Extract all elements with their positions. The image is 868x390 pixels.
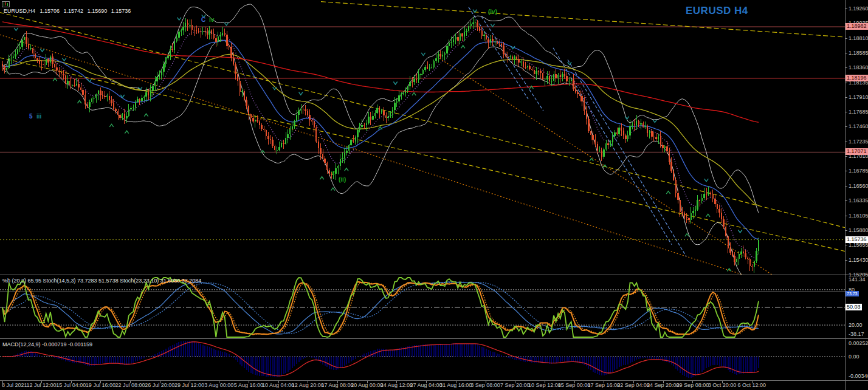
time-tick-mark (190, 381, 190, 383)
time-tick-mark (633, 381, 634, 383)
macd-axis-max-label: 0.002527 (849, 340, 868, 347)
stoch-level-label: 20.00 (849, 322, 863, 329)
time-tick-mark (426, 381, 427, 383)
time-tick-mark (722, 381, 723, 383)
price-level-badge: 1.18982 (846, 23, 868, 30)
price-tick-mark (845, 156, 847, 157)
svg-text:iii: iii (36, 113, 42, 120)
chart-symbol-icon (2, 1, 10, 7)
time-tick-mark (41, 381, 42, 383)
time-tick-mark (71, 381, 72, 383)
time-tick-mark (130, 381, 131, 383)
price-tick-mark (845, 216, 847, 216)
open-value: 1.15706 (40, 8, 60, 14)
watermark-symbol-label: EURUSD H4 (686, 5, 748, 17)
price-tick-mark (845, 97, 847, 98)
svg-text:(iv): (iv) (488, 9, 497, 15)
svg-text:iv: iv (209, 16, 215, 23)
svg-text:C: C (201, 16, 205, 23)
macd-axis-min-label: -0.003406 (849, 373, 868, 380)
time-tick-mark (249, 381, 249, 383)
main-chart-canvas[interactable]: 5iiiCivv(ii)(iv) (0, 0, 845, 275)
price-tick-mark (845, 9, 847, 9)
time-tick-mark (456, 381, 456, 383)
time-tick-mark (515, 381, 515, 383)
time-tick-mark (2, 381, 3, 383)
high-value: 1.15742 (64, 8, 84, 14)
time-tick-mark (545, 381, 545, 383)
time-tick-mark (308, 381, 308, 383)
time-tick-mark (278, 381, 279, 383)
time-tick-mark (752, 381, 753, 383)
svg-text:(ii): (ii) (339, 176, 346, 183)
panel-separator[interactable] (0, 275, 868, 275)
time-tick-label: 8 Jul 2021 (2, 382, 27, 389)
price-tick-label: 1.18585 (849, 50, 868, 56)
price-tick-mark (845, 230, 847, 231)
price-tick-label: 1.16560 (849, 183, 868, 190)
stoch-axis-max-label: 141.34 (849, 276, 866, 283)
price-tick-label: 1.17460 (849, 123, 868, 130)
macd-panel-canvas[interactable] (0, 340, 845, 380)
price-tick-mark (845, 83, 847, 83)
panel-separator[interactable] (0, 338, 868, 339)
price-tick-label: 1.16105 (849, 213, 868, 219)
price-tick-mark (845, 186, 847, 186)
price-tick-mark (845, 200, 847, 201)
stoch-value-marker: 73.73 (846, 291, 859, 296)
price-tick-mark (845, 67, 847, 68)
price-tick-label: 1.19260 (849, 5, 868, 12)
price-tick-mark (845, 245, 847, 245)
ohlc-info: EURUSD,H4 1.15706 1.15742 1.15690 1.1573… (2, 1, 131, 15)
time-tick-mark (219, 381, 219, 383)
time-tick-mark (692, 381, 693, 383)
price-tick-mark (845, 112, 847, 112)
symbol-period-label: EURUSD,H4 (4, 8, 35, 14)
price-tick-mark (845, 53, 847, 53)
price-tick-mark (845, 275, 847, 275)
current-price-badge: 1.15736 (846, 236, 868, 243)
price-tick-label: 1.16785 (849, 168, 868, 174)
stoch-level-badge: 50.03 (846, 304, 862, 310)
price-tick-label: 1.15430 (849, 257, 868, 264)
price-level-badge: 1.17071 (846, 148, 868, 155)
chart-window: 5iiiCivv(ii)(iv) 8 Jul 202112 Jul 12:001… (0, 0, 868, 390)
time-tick-mark (100, 381, 101, 383)
price-tick-mark (845, 126, 847, 127)
price-tick-label: 1.18360 (849, 64, 868, 71)
price-tick-label: 1.17235 (849, 139, 868, 145)
time-tick-mark (486, 381, 486, 383)
price-tick-label: 1.18810 (849, 35, 868, 42)
close-value: 1.15736 (111, 8, 131, 14)
low-value: 1.15690 (88, 8, 108, 14)
time-tick-mark (396, 381, 397, 383)
stoch-axis-min-label: -38.17 (849, 331, 864, 338)
svg-text:v: v (331, 169, 335, 176)
stoch-panel-canvas[interactable] (0, 276, 845, 338)
macd-axis-zero-label: 0.00 (849, 354, 859, 360)
price-tick-label: 1.15880 (849, 227, 868, 234)
price-tick-mark (845, 171, 847, 171)
price-tick-label: 1.17910 (849, 94, 868, 101)
price-tick-mark (845, 260, 847, 261)
price-tick-label: 1.15655 (849, 242, 868, 248)
price-tick-label: 1.16335 (849, 197, 868, 204)
time-tick-mark (367, 381, 368, 383)
time-tick-mark (663, 381, 664, 383)
time-tick-mark (574, 381, 575, 383)
time-tick-mark (337, 381, 338, 383)
time-tick-mark (604, 381, 604, 383)
time-tick-mark (160, 381, 160, 383)
price-tick-mark (845, 38, 847, 39)
stoch-indicator-label: %b (20,2) 65.95 Stoch(14,5,3) 73.7283 51… (2, 277, 201, 284)
svg-text:5: 5 (29, 113, 33, 120)
price-tick-label: 1.17685 (849, 109, 868, 115)
macd-indicator-label: MACD(12,24,9) -0.000719 -0.001159 (2, 341, 92, 348)
price-tick-mark (845, 142, 847, 142)
price-level-badge: 1.18196 (846, 75, 868, 81)
